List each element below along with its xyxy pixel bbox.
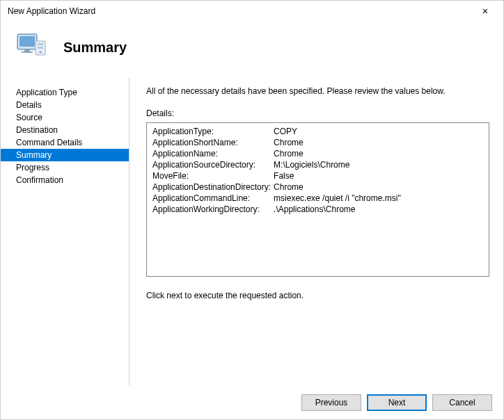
detail-value: Chrome (274, 181, 404, 193)
table-row: ApplicationCommandLine:msiexec.exe /quie… (152, 193, 404, 204)
detail-key: MoveFile: (152, 170, 274, 181)
sidebar-item-details[interactable]: Details (1, 99, 129, 111)
footer-instruction: Click next to execute the requested acti… (146, 291, 489, 300)
close-icon[interactable]: × (471, 1, 499, 22)
svg-rect-1 (19, 36, 35, 47)
svg-point-7 (40, 51, 42, 54)
detail-key: ApplicationSourceDirectory: (152, 159, 274, 170)
instruction-text: All of the necessary details have been s… (146, 86, 489, 96)
button-row: Previous Next Cancel (301, 394, 492, 411)
detail-value: False (274, 170, 404, 181)
svg-rect-2 (24, 49, 30, 51)
sidebar-item-command-details[interactable]: Command Details (1, 136, 129, 149)
window-title: New Application Wizard (8, 6, 95, 16)
detail-key: ApplicationWorkingDirectory: (152, 204, 274, 215)
detail-key: ApplicationCommandLine: (152, 193, 274, 204)
details-label: Details: (146, 108, 489, 118)
svg-rect-3 (22, 51, 33, 53)
sidebar-item-application-type[interactable]: Application Type (1, 86, 129, 99)
table-row: MoveFile:False (152, 170, 404, 181)
detail-value: msiexec.exe /quiet /i "chrome.msi" (274, 193, 404, 204)
next-button[interactable]: Next (367, 394, 427, 411)
table-row: ApplicationDestinationDirectory:Chrome (152, 181, 404, 193)
details-table: ApplicationType:COPY ApplicationShortNam… (152, 126, 404, 215)
computer-icon (15, 30, 48, 65)
detail-value: COPY (274, 126, 404, 137)
detail-key: ApplicationType: (152, 126, 274, 137)
table-row: ApplicationSourceDirectory:M:\Logiciels\… (152, 159, 404, 170)
details-box: ApplicationType:COPY ApplicationShortNam… (146, 122, 489, 277)
detail-key: ApplicationShortName: (152, 137, 274, 148)
table-row: ApplicationWorkingDirectory:.\Applicatio… (152, 204, 404, 215)
titlebar: New Application Wizard × (1, 1, 504, 22)
content-area: Application Type Details Source Destinat… (1, 78, 504, 385)
sidebar-item-source[interactable]: Source (1, 111, 129, 124)
main-panel: All of the necessary details have been s… (129, 78, 504, 385)
sidebar-item-destination[interactable]: Destination (1, 124, 129, 136)
table-row: ApplicationName:Chrome (152, 148, 404, 159)
detail-value: M:\Logiciels\Chrome (274, 159, 404, 170)
wizard-steps-sidebar: Application Type Details Source Destinat… (1, 78, 129, 385)
svg-rect-5 (38, 43, 43, 45)
sidebar-item-summary[interactable]: Summary (1, 149, 129, 161)
cancel-button[interactable]: Cancel (432, 394, 492, 411)
wizard-header: Summary (1, 22, 504, 78)
sidebar-item-confirmation[interactable]: Confirmation (1, 174, 129, 186)
previous-button[interactable]: Previous (301, 394, 361, 411)
detail-key: ApplicationName: (152, 148, 274, 159)
table-row: ApplicationType:COPY (152, 126, 404, 137)
svg-rect-6 (38, 47, 43, 49)
detail-value: Chrome (274, 137, 404, 148)
detail-value: Chrome (274, 148, 404, 159)
page-title: Summary (63, 40, 127, 56)
detail-key: ApplicationDestinationDirectory: (152, 181, 274, 193)
table-row: ApplicationShortName:Chrome (152, 137, 404, 148)
detail-value: .\Applications\Chrome (274, 204, 404, 215)
sidebar-item-progress[interactable]: Progress (1, 161, 129, 174)
